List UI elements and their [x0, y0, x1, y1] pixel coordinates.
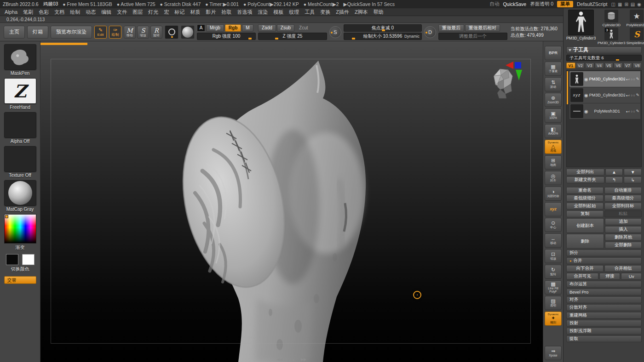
- draw-size-slider[interactable]: 绘制大小 10.53596 Dynamic: [344, 33, 422, 40]
- menu-item-11[interactable]: 标记: [172, 8, 187, 16]
- camera-head-gizmo[interactable]: [488, 65, 516, 100]
- subtool-最低级细分-button[interactable]: 最低级细分: [566, 195, 604, 202]
- menu-item-5[interactable]: 动态: [83, 8, 98, 16]
- shelf-xpose-button[interactable]: ⇛Xpose: [545, 346, 562, 360]
- section-3[interactable]: 分散对齐: [566, 304, 642, 311]
- section-6[interactable]: 投影浅浮雕: [566, 328, 642, 334]
- toggle-dot-icon[interactable]: ○: [631, 110, 632, 113]
- toggle-dot-icon[interactable]: ●: [626, 78, 628, 81]
- duplicate-button[interactable]: 创建副本: [566, 218, 604, 233]
- current-material[interactable]: MatCap Gray: [4, 180, 36, 212]
- tool-item-2[interactable]: 3PM3D_Cylinder3: [598, 28, 625, 45]
- nav-prev-icon[interactable]: ◀◀: [277, 357, 282, 362]
- section-1[interactable]: Bevel Pro: [566, 288, 642, 295]
- shelf-local-symmetry-button[interactable]: ◑局部对称: [545, 187, 562, 201]
- toggle-dot-icon[interactable]: ○: [633, 78, 635, 81]
- toggle-dot-icon[interactable]: ◐: [628, 94, 630, 97]
- merge-section[interactable]: 合并: [566, 257, 642, 264]
- menu-item-18[interactable]: 纹理: [286, 8, 302, 16]
- menu-item-23[interactable]: 帮助: [371, 8, 386, 16]
- visibility-eye-icon[interactable]: ◉: [584, 77, 588, 82]
- menu-item-8[interactable]: 图层: [130, 8, 145, 16]
- subtool-tab-V7[interactable]: V7: [623, 62, 632, 68]
- titlebar-icon-1[interactable]: ▦: [618, 2, 622, 7]
- menu-item-1[interactable]: 笔刷: [20, 8, 36, 16]
- draw-button[interactable]: ✑ 绘制: [109, 26, 121, 39]
- menu-item-13[interactable]: 影片: [203, 8, 218, 16]
- tool-item-0[interactable]: Cylinder3D: [598, 10, 625, 27]
- delete-button[interactable]: 删除: [566, 234, 604, 249]
- merge-similar-button[interactable]: 合并相似: [604, 265, 642, 272]
- toggle-dot-icon[interactable]: ○: [633, 94, 635, 97]
- subtool-tab-V3[interactable]: V3: [585, 62, 594, 68]
- ui-opacity-slider[interactable]: 界面透明 0: [530, 1, 553, 7]
- toggle-dot-icon[interactable]: ◐: [628, 78, 630, 81]
- shelf-spix-button[interactable]: ▦子像素: [545, 62, 562, 76]
- adjust-last-slider[interactable]: 调整最后一个: [438, 33, 507, 40]
- visibility-eye-icon[interactable]: ◉: [584, 93, 588, 98]
- current-brush[interactable]: MaskPen: [4, 44, 36, 76]
- shelf-floor-axis-button[interactable]: xyz: [545, 202, 562, 216]
- shelf-bpr-button[interactable]: BPR: [545, 46, 562, 60]
- shelf-snap-button[interactable]: ◎对齐: [545, 171, 562, 185]
- insert-button[interactable]: 插入: [605, 226, 642, 233]
- uv-button[interactable]: Uv: [621, 273, 642, 280]
- gizmo-rotate-button[interactable]: R旋转: [150, 26, 162, 39]
- swap-color-button[interactable]: 交替: [4, 276, 36, 284]
- subtool-tab-V1[interactable]: V1: [566, 62, 575, 68]
- menu-item-6[interactable]: 编辑: [98, 8, 114, 16]
- subtool-最高级细分-button[interactable]: 最高级细分: [604, 195, 642, 202]
- mrgb-button[interactable]: Mrgb: [206, 24, 224, 32]
- split-section[interactable]: 拆分: [566, 249, 642, 256]
- subtool-down-button[interactable]: ▼: [624, 169, 642, 175]
- toggle-dot-icon[interactable]: ○: [631, 94, 632, 97]
- tool-item-1[interactable]: ★PolyMesh3D: [626, 10, 644, 27]
- shelf-move-button[interactable]: ↔移动: [545, 233, 562, 248]
- secondary-color-swatch[interactable]: [22, 254, 34, 265]
- zscript-label[interactable]: DefaultZScript: [577, 1, 608, 7]
- z-intensity-slider[interactable]: Z 强度 25: [258, 33, 327, 40]
- titlebar-icon-4[interactable]: ◉: [637, 2, 641, 7]
- paint-pen-icon[interactable]: ✎: [636, 93, 639, 97]
- new-folder-button[interactable]: 新建文件夹: [566, 176, 604, 183]
- shelf-floor-button[interactable]: ⊞地面: [545, 155, 562, 170]
- subtool-tab-V5[interactable]: V5: [604, 62, 614, 68]
- merge-visible-button[interactable]: 合并可见: [566, 273, 598, 280]
- delete-other-button[interactable]: 删除其他: [605, 234, 642, 241]
- current-tool[interactable]: PM3D_Cylinder3: [566, 10, 596, 45]
- menu-item-14[interactable]: 拾取: [218, 8, 234, 16]
- weld-button[interactable]: 焊接: [599, 273, 620, 280]
- canvas-viewport[interactable]: ◀◀ ▲▲ ▶▶: [40, 41, 543, 362]
- menu-item-19[interactable]: 工具: [302, 8, 317, 16]
- rgb-intensity-slider[interactable]: Rgb 强度 100: [197, 33, 256, 40]
- section-2[interactable]: 对齐: [566, 296, 642, 303]
- subtool-up-button[interactable]: ▲: [605, 169, 623, 175]
- preview-boolean-button[interactable]: 预览布尔渲染: [51, 26, 92, 39]
- merge-down-button[interactable]: 向下合并: [566, 265, 604, 272]
- menu-item-12[interactable]: 材质: [187, 8, 203, 16]
- stroke-dial[interactable]: S: [329, 26, 341, 38]
- shelf-rotate-button[interactable]: ↻旋转: [545, 265, 562, 279]
- gizmo-move-button[interactable]: M移动: [124, 26, 136, 39]
- subtool-visible-count-slider[interactable]: 子工具可见数量 6: [566, 55, 642, 61]
- redo-last-button[interactable]: 重做最后: [438, 24, 464, 32]
- menu-item-22[interactable]: Z脚本: [352, 8, 371, 16]
- color-picker[interactable]: [4, 214, 36, 243]
- list-all-button[interactable]: 全部列出: [566, 169, 604, 175]
- menu-item-20[interactable]: 变换: [317, 8, 333, 16]
- titlebar-icon-3[interactable]: ▤: [631, 2, 635, 7]
- nav-next-icon[interactable]: ▶▶: [301, 357, 306, 362]
- m-button[interactable]: M: [242, 24, 253, 32]
- subtool-tab-V2[interactable]: V2: [576, 62, 585, 68]
- sculpt-model[interactable]: [40, 41, 543, 362]
- gizmo-scale-button[interactable]: S缩放: [137, 26, 149, 39]
- toggle-dot-icon[interactable]: ○: [633, 110, 635, 113]
- zsub-button[interactable]: Zsub: [277, 24, 294, 32]
- titlebar-icon-2[interactable]: ⊞: [624, 2, 628, 7]
- subtool-item[interactable]: ◉PM3D_Cylinder3D2●◐○○✎: [569, 71, 640, 87]
- subtool-复制-button[interactable]: 复制: [566, 210, 604, 217]
- toggle-dot-icon[interactable]: ○: [631, 78, 632, 81]
- titlebar-icon-0[interactable]: ◫: [611, 2, 615, 7]
- primary-color-swatch[interactable]: [6, 254, 18, 265]
- depth-dial[interactable]: D: [424, 26, 436, 38]
